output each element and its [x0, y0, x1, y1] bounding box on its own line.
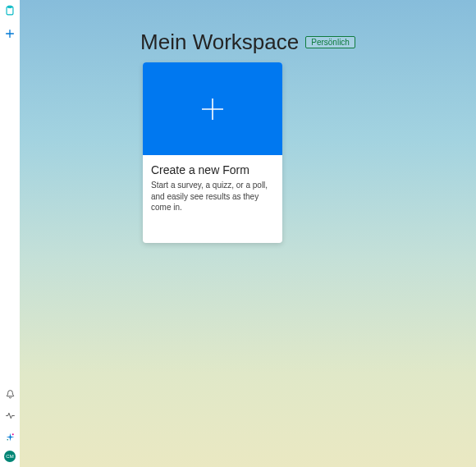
clipboard-icon[interactable]	[2, 3, 17, 18]
sidebar: CM	[0, 0, 20, 467]
card-description: Start a survey, a quizz, or a poll, and …	[151, 180, 274, 213]
card-top	[143, 62, 282, 155]
sparkle-icon[interactable]	[2, 429, 17, 444]
create-form-card[interactable]: Create a new Form Start a survey, a quiz…	[143, 62, 282, 243]
svg-point-4	[11, 433, 13, 435]
avatar[interactable]: CM	[4, 451, 16, 462]
activity-icon[interactable]	[2, 408, 17, 423]
bell-icon[interactable]	[2, 387, 17, 401]
status-badge: Persönlich	[305, 36, 355, 48]
svg-point-5	[7, 438, 8, 440]
main: Mein Workspace Persönlich Create a new F…	[20, 0, 476, 467]
sidebar-bottom: CM	[2, 387, 17, 462]
card-title: Create a new Form	[151, 163, 274, 176]
page-title: Mein Workspace	[140, 30, 299, 55]
plus-large-icon	[199, 95, 227, 123]
plus-icon[interactable]	[2, 26, 17, 41]
header: Mein Workspace Persönlich	[20, 30, 476, 55]
sidebar-top	[2, 3, 17, 41]
card-body: Create a new Form Start a survey, a quiz…	[143, 155, 282, 222]
avatar-initials: CM	[6, 454, 13, 459]
